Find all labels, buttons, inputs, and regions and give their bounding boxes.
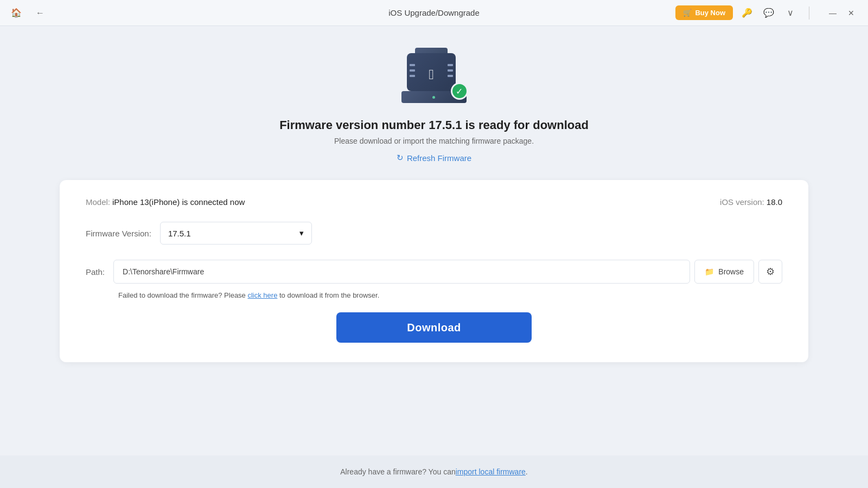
browse-button[interactable]: 📁 Browse: [694, 260, 754, 284]
title-bar: 🏠 ← iOS Upgrade/Downgrade 🛒 Buy Now 🔑 💬 …: [0, 0, 868, 26]
main-content:  ✓ Firmware version number 17.5.1 is re…: [0, 26, 868, 455]
key-icon[interactable]: 🔑: [739, 5, 755, 21]
chip-pins-right: [448, 64, 453, 77]
pin: [448, 64, 453, 66]
firmware-version-value: 17.5.1: [168, 229, 191, 238]
model-label: Model:: [86, 197, 110, 207]
footer: Already have a firmware? You can import …: [0, 455, 868, 488]
firmware-version-row: Firmware Version: 17.5.1 ▾: [86, 222, 782, 245]
title-bar-left: 🏠 ←: [9, 5, 48, 21]
device-icon:  ✓: [399, 48, 469, 107]
footer-text-after: .: [526, 467, 528, 476]
model-info: Model: iPhone 13(iPhone) is connected no…: [86, 197, 245, 207]
buy-now-button[interactable]: 🛒 Buy Now: [675, 5, 733, 20]
chip-body: : [407, 53, 456, 91]
hero-subtitle: Please download or import the matching f…: [334, 137, 534, 145]
device-info-row: Model: iPhone 13(iPhone) is connected no…: [86, 197, 782, 207]
model-value: iPhone 13(iPhone) is connected now: [112, 197, 245, 207]
download-button[interactable]: Download: [336, 312, 532, 343]
pin: [448, 75, 453, 77]
chevron-down-icon[interactable]: ∨: [783, 5, 798, 21]
settings-icon: ⚙: [766, 266, 775, 278]
home-icon[interactable]: 🏠: [9, 5, 24, 21]
click-here-link[interactable]: click here: [247, 291, 277, 299]
folder-icon: 📁: [705, 267, 714, 276]
refresh-icon: ↻: [397, 153, 404, 163]
hero-section:  ✓ Firmware version number 17.5.1 is re…: [279, 48, 589, 163]
footer-text: Already have a firmware? You can: [340, 467, 455, 476]
refresh-label: Refresh Firmware: [407, 153, 471, 163]
pin: [448, 69, 453, 72]
apple-logo-icon: : [429, 66, 434, 83]
minimize-button[interactable]: —: [825, 5, 841, 21]
pin: [410, 64, 415, 66]
check-badge-icon: ✓: [451, 82, 468, 100]
firmware-version-select[interactable]: 17.5.1 ▾: [160, 222, 312, 245]
refresh-firmware-link[interactable]: ↻ Refresh Firmware: [397, 153, 471, 163]
settings-button[interactable]: ⚙: [758, 260, 782, 284]
chevron-down-icon: ▾: [299, 228, 304, 238]
import-local-firmware-link[interactable]: import local firmware: [456, 467, 526, 476]
status-dot: [432, 96, 435, 99]
pin: [410, 69, 415, 72]
ios-info: iOS version: 18.0: [720, 197, 782, 207]
app-title: iOS Upgrade/Downgrade: [388, 8, 480, 17]
pin: [410, 75, 415, 77]
chat-icon[interactable]: 💬: [761, 5, 776, 21]
close-button[interactable]: ✕: [843, 5, 859, 21]
path-value: D:\Tenorshare\Firmware: [123, 267, 681, 276]
path-label: Path:: [86, 267, 105, 277]
browse-label: Browse: [718, 267, 744, 276]
path-input[interactable]: D:\Tenorshare\Firmware: [113, 260, 690, 284]
ios-label: iOS version:: [720, 197, 764, 207]
divider: [809, 7, 809, 20]
firmware-version-label: Firmware Version:: [86, 229, 151, 238]
path-row: Path: D:\Tenorshare\Firmware 📁 Browse ⚙: [86, 260, 782, 284]
hero-title: Firmware version number 17.5.1 is ready …: [279, 118, 589, 132]
ios-value: 18.0: [767, 197, 782, 207]
error-text-after: to download it from the browser.: [277, 291, 379, 299]
title-bar-right: 🛒 Buy Now 🔑 💬 ∨ — ✕: [675, 5, 859, 21]
window-controls: — ✕: [825, 5, 859, 21]
chip-pins-left: [410, 64, 415, 77]
firmware-card: Model: iPhone 13(iPhone) is connected no…: [60, 180, 808, 362]
back-icon[interactable]: ←: [33, 5, 48, 21]
error-text-before: Failed to download the firmware? Please: [118, 291, 247, 299]
error-message: Failed to download the firmware? Please …: [118, 291, 782, 299]
cart-icon: 🛒: [683, 9, 692, 17]
